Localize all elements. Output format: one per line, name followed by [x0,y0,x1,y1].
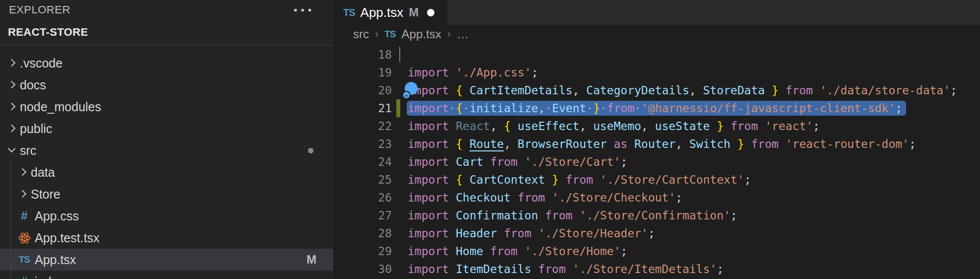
code-token: Route [470,138,504,150]
code-token: { [456,138,470,150]
code-token: , [538,102,545,115]
tree-item-label: docs [20,78,46,92]
code-token: React [456,120,490,133]
tree-file-App-test-tsx[interactable]: App.test.tsx [0,227,333,249]
code-token: CartContext [470,173,552,186]
breadcrumb-item[interactable]: App.tsx [402,27,441,41]
code-token: Switch [689,138,737,150]
tree-file-index-css[interactable]: #index.css [0,271,333,279]
tree-file-App-css[interactable]: #App.css [0,205,333,227]
code-line-24[interactable]: 24import Cart from './Store/Cart'; [333,153,980,171]
tree-folder-node_modules[interactable]: node_modules [0,96,333,118]
line-number[interactable]: 26 [333,189,392,207]
line-text: import { CartItemDetails, CategoryDetail… [408,81,957,99]
code-token: ; [909,138,916,150]
code-line-22[interactable]: 22import React, { useEffect, useMemo, us… [333,117,980,135]
line-text: import Header from './Store/Header'; [408,224,655,242]
workspace-section-header[interactable]: REACT-STORE [0,20,333,45]
code-token: , [675,138,689,150]
line-number[interactable]: 27 [333,207,392,224]
code-token: './Store/Checkout' [552,191,675,204]
gutter-bar-slot [396,81,400,99]
code-token: { [456,102,463,115]
code-token: , [579,120,593,133]
code-token: from [566,173,600,186]
tree-folder-docs[interactable]: docs [0,74,333,96]
code-token: as [613,138,634,150]
chevron-right-icon [7,59,16,68]
code-line-30[interactable]: 30import ItemDetails from './Store/ItemD… [333,260,980,278]
code-line-29[interactable]: 29import Home from './Store/Home'; [333,242,980,260]
tree-item-label: App.test.tsx [35,231,100,245]
gutter-bar-slot [396,224,400,242]
code-token: CategoryDetails [586,84,689,97]
code-token: from [504,227,538,240]
code-line-28[interactable]: 28import Header from './Store/Header'; [333,224,980,242]
breadcrumb-item[interactable]: … [457,27,469,41]
code-token: import [408,263,456,276]
chevron-right-icon [18,168,27,177]
code-token: Checkout [456,191,518,204]
code-token: './Store/Cart' [524,155,620,168]
code-token: import [408,120,456,133]
breadcrumb-separator-icon: › [447,28,451,41]
line-number[interactable]: 20 [333,81,392,99]
code-token: , [504,138,518,150]
more-actions-icon[interactable]: ··· [293,7,314,12]
code-token: './App.css' [456,66,531,79]
code-token: Confirmation [456,209,545,222]
tree-folder-Store[interactable]: Store [0,183,333,205]
line-number[interactable]: 28 [333,224,392,242]
line-number[interactable]: 23 [333,135,392,153]
tree-folder--vscode[interactable]: .vscode [0,52,333,74]
unsaved-dot-icon[interactable] [427,9,434,16]
ai-quickfix-lightbulb-icon[interactable]: ★ [403,82,419,98]
code-token: · [634,102,641,115]
code-token: · [449,102,456,115]
code-token: useEffect [518,120,580,133]
code-line-20[interactable]: 20import { CartItemDetails, CategoryDeta… [333,81,980,99]
line-number[interactable]: 21 [333,99,392,117]
tree-folder-public[interactable]: public [0,118,333,140]
typescript-file-icon: TS [343,7,355,18]
code-token: Event [552,102,586,115]
line-number[interactable]: 19 [333,64,392,81]
tree-folder-data[interactable]: data [0,161,333,183]
line-number[interactable]: 30 [333,260,392,278]
code-line-23[interactable]: 23import { Route, BrowserRouter as Route… [333,135,980,153]
code-line-19[interactable]: 19import './App.css'; [333,64,980,81]
code-token: './Store/Home' [524,245,620,258]
tree-folder-src[interactable]: src [0,140,333,161]
code-token: ; [620,155,627,168]
code-token: · [545,102,552,115]
code-token: { [456,84,470,97]
line-number[interactable]: 18 [333,46,392,64]
code-token: from [545,209,579,222]
code-editor[interactable]: 1819import './App.css';20import { CartIt… [333,44,980,279]
code-line-18[interactable]: 18 [333,46,980,64]
code-token: ; [744,173,751,186]
gutter-bar-slot [396,260,400,278]
code-token: } [593,102,600,115]
code-token: , [641,120,655,133]
code-token: import [408,173,456,186]
code-token: ItemDetails [456,263,538,276]
line-text: import React, { useEffect, useMemo, useS… [408,117,820,135]
tree-item-label: public [20,122,52,136]
breadcrumb-item[interactable]: src [353,27,369,41]
code-token: ; [731,209,737,222]
react-test-file-icon [18,231,31,245]
tab-app-tsx[interactable]: TS App.tsx M [333,0,447,25]
code-token: from [786,84,820,97]
tree-file-App-tsx[interactable]: TSApp.tsxM [0,249,333,271]
line-number[interactable]: 24 [333,153,392,171]
code-line-25[interactable]: 25import { CartContext } from './Store/C… [333,171,980,189]
code-token: import [408,102,449,115]
line-number[interactable]: 25 [333,171,392,189]
tab-modified-badge: M [409,5,419,19]
line-number[interactable]: 29 [333,242,392,260]
line-number[interactable]: 22 [333,117,392,135]
code-line-26[interactable]: 26import Checkout from './Store/Checkout… [333,189,980,207]
code-line-21[interactable]: 21import·{·initialize,·Event·}·from·'@ha… [333,99,980,117]
code-line-27[interactable]: 27import Confirmation from './Store/Conf… [333,207,980,224]
